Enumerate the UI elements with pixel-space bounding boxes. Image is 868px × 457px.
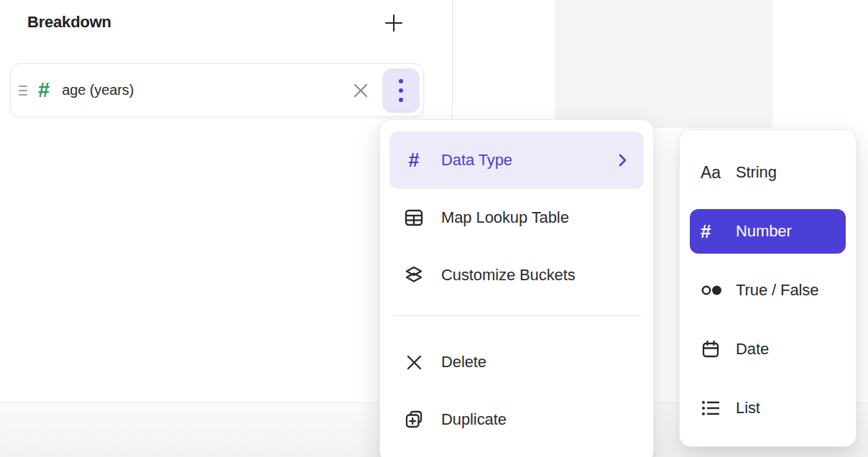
add-breakdown-button[interactable] <box>381 10 407 36</box>
table-icon <box>402 207 425 228</box>
menu-divider <box>392 315 641 316</box>
duplicate-icon <box>402 409 425 430</box>
submenu-item-label: List <box>736 399 760 417</box>
field-options-menu: # Data Type Map Lookup Table <box>379 119 654 457</box>
submenu-item-string[interactable]: Aa String <box>690 150 846 195</box>
kebab-dot <box>399 79 403 83</box>
calendar-icon <box>701 339 726 359</box>
submenu-item-label: Date <box>736 340 769 359</box>
x-icon <box>402 353 425 372</box>
field-options-button[interactable] <box>382 68 420 113</box>
app-canvas: Breakdown # age (years) <box>0 0 868 457</box>
hash-icon: # <box>402 151 425 170</box>
menu-item-label: Data Type <box>441 151 614 170</box>
background-placeholder <box>555 0 772 128</box>
text-case-icon: Aa <box>701 163 726 183</box>
list-icon <box>701 399 726 417</box>
chevron-right-icon <box>614 152 631 169</box>
drag-handle-icon[interactable] <box>19 86 27 96</box>
remove-field-button[interactable] <box>348 78 374 103</box>
breakdown-field-chip[interactable]: # age (years) <box>10 63 424 117</box>
page-title: Breakdown <box>27 13 111 32</box>
submenu-item-list[interactable]: List <box>690 386 846 430</box>
menu-item-label: Customize Buckets <box>441 266 631 285</box>
submenu-item-date[interactable]: Date <box>690 327 846 371</box>
menu-item-label: Delete <box>441 353 631 371</box>
menu-item-label: Map Lookup Table <box>441 208 631 227</box>
number-type-icon: # <box>38 80 50 101</box>
plus-icon <box>384 13 404 33</box>
menu-item-data-type[interactable]: # Data Type <box>389 131 644 189</box>
field-name-label: age (years) <box>62 82 134 98</box>
menu-item-map-lookup-table[interactable]: Map Lookup Table <box>389 189 644 246</box>
hash-icon: # <box>701 222 726 241</box>
menu-item-delete[interactable]: Delete <box>389 333 644 391</box>
menu-item-duplicate[interactable]: Duplicate <box>389 391 644 448</box>
boolean-icon <box>701 284 726 297</box>
submenu-item-label: String <box>736 163 777 182</box>
menu-item-customize-buckets[interactable]: Customize Buckets <box>389 246 644 304</box>
submenu-item-number[interactable]: # Number <box>690 209 846 254</box>
submenu-item-label: True / False <box>736 281 818 300</box>
data-type-submenu: Aa String # Number True / False <box>679 129 857 447</box>
submenu-item-label: Number <box>736 222 792 241</box>
menu-item-label: Duplicate <box>441 410 631 429</box>
layers-icon <box>402 264 425 286</box>
close-icon <box>351 81 370 100</box>
breakdown-header: Breakdown <box>0 0 453 46</box>
submenu-item-true-false[interactable]: True / False <box>690 268 846 313</box>
